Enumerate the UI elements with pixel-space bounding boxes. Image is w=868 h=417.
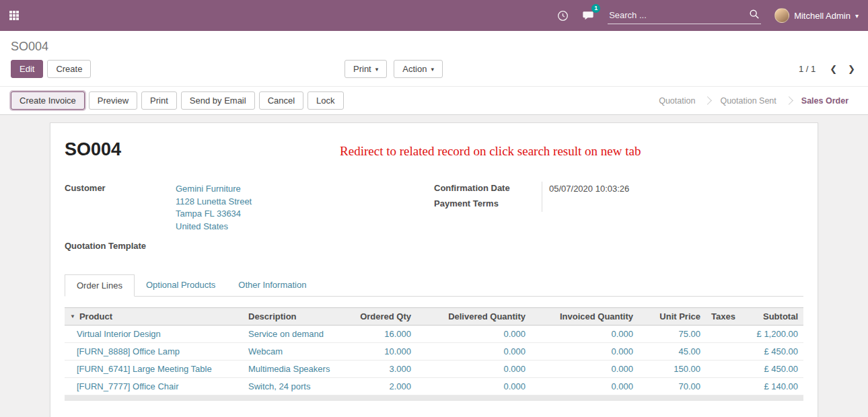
order-line-ordered-qty: 10.000 [347, 343, 417, 361]
order-line-description: Service on demand [243, 326, 347, 343]
statusbar-state-quotation[interactable]: Quotation [650, 93, 704, 108]
payment-terms-value [542, 197, 803, 212]
column-header-delivered-quantity[interactable]: Delivered Quantity [417, 308, 531, 326]
order-line-description: Multimedia Speakers [243, 361, 347, 378]
order-line-product: [FURN_6741] Large Meeting Table [65, 361, 243, 378]
column-header-taxes[interactable]: Taxes [706, 308, 744, 326]
chevron-down-icon: ▾ [375, 66, 379, 73]
cancel-button[interactable]: Cancel [259, 91, 303, 110]
payment-terms-label: Payment Terms [434, 197, 542, 212]
table-footer-strip [65, 395, 803, 401]
order-lines-table: ▼Product Description Ordered Qty Deliver… [65, 307, 803, 395]
annotation-text: Redirect to related record on click sear… [340, 144, 641, 159]
messages-count-badge: 1 [591, 4, 600, 13]
column-header-ordered-qty[interactable]: Ordered Qty [347, 308, 417, 326]
order-line-invoiced-qty: 0.000 [531, 378, 639, 395]
order-line-taxes [706, 378, 744, 395]
customer-address-line: 1128 Lunetta Street [176, 196, 252, 208]
field-group-right: Confirmation Date 05/07/2020 10:03:26 Pa… [434, 182, 803, 254]
print-button[interactable]: Print [141, 91, 177, 110]
pager-previous-icon[interactable]: ❮ [828, 64, 839, 74]
user-name: Mitchell Admin [794, 11, 851, 21]
order-line-row[interactable]: Virtual Interior Design Service on deman… [65, 326, 803, 343]
messages-chat-icon[interactable]: 1 [582, 9, 594, 22]
order-line-invoiced-qty: 0.000 [531, 343, 639, 361]
top-nav-bar: 1 Mitchell Admin ▾ [0, 0, 868, 31]
form-sheet: SO004 Redirect to related record on clic… [50, 122, 818, 417]
order-line-row[interactable]: [FURN_8888] Office Lamp Webcam 10.000 0.… [65, 343, 803, 361]
quotation-template-value [169, 239, 176, 254]
order-line-delivered-qty: 0.000 [417, 326, 531, 343]
chevron-down-icon: ▾ [431, 66, 434, 73]
customer-link[interactable]: Gemini Furniture [176, 183, 252, 196]
statusbar-arrow-icon [785, 96, 793, 105]
order-line-row[interactable]: [FURN_7777] Office Chair Switch, 24 port… [65, 378, 803, 395]
search-input[interactable] [608, 7, 761, 24]
order-line-product: [FURN_7777] Office Chair [65, 378, 243, 395]
user-menu[interactable]: Mitchell Admin ▾ [774, 8, 859, 23]
edit-button[interactable]: Edit [11, 60, 43, 78]
order-line-taxes [706, 326, 744, 343]
apps-menu-icon[interactable] [9, 11, 19, 20]
order-line-unit-price: 70.00 [639, 378, 706, 395]
order-line-subtotal: £ 1,200.00 [744, 326, 803, 343]
column-header-product[interactable]: ▼Product [65, 308, 243, 326]
tab-order-lines[interactable]: Order Lines [65, 274, 135, 297]
search-icon[interactable] [749, 9, 760, 22]
order-line-delivered-qty: 0.000 [417, 361, 531, 378]
order-line-subtotal: £ 450.00 [744, 361, 803, 378]
order-line-ordered-qty: 2.000 [347, 378, 417, 395]
field-group-left: Customer Gemini Furniture 1128 Lunetta S… [65, 182, 434, 254]
control-panel: SO004 Edit Create Print▾ Action▾ 1 / 1 ❮… [0, 31, 868, 115]
form-view-content: SO004 Redirect to related record on clic… [0, 115, 868, 417]
order-line-delivered-qty: 0.000 [417, 378, 531, 395]
order-line-subtotal: £ 140.00 [744, 378, 803, 395]
sort-desc-icon: ▼ [70, 313, 75, 319]
tab-other-information[interactable]: Other Information [227, 274, 318, 296]
lock-button[interactable]: Lock [308, 91, 343, 110]
page-title: SO004 [65, 139, 121, 160]
pager-next-icon[interactable]: ❯ [846, 64, 857, 74]
customer-address-line: United States [176, 221, 252, 233]
tab-optional-products[interactable]: Optional Products [135, 274, 227, 296]
order-line-description: Webcam [243, 343, 347, 361]
column-header-unit-price[interactable]: Unit Price [639, 308, 706, 326]
statusbar-state-sales-order[interactable]: Sales Order [793, 93, 857, 108]
create-invoice-button[interactable]: Create Invoice [11, 91, 85, 110]
column-header-subtotal[interactable]: Subtotal [744, 308, 803, 326]
create-button[interactable]: Create [47, 60, 91, 78]
preview-button[interactable]: Preview [89, 91, 137, 110]
send-by-email-button[interactable]: Send by Email [181, 91, 255, 110]
action-dropdown-button[interactable]: Action▾ [394, 60, 443, 78]
order-line-delivered-qty: 0.000 [417, 343, 531, 361]
customer-address-line: Tampa FL 33634 [176, 208, 252, 221]
order-line-row[interactable]: [FURN_6741] Large Meeting Table Multimed… [65, 361, 803, 378]
order-line-description: Switch, 24 ports [243, 378, 347, 395]
table-header-row: ▼Product Description Ordered Qty Deliver… [65, 308, 803, 326]
notebook-tabs: Order Lines Optional Products Other Info… [65, 274, 803, 297]
statusbar-arrow-icon [704, 96, 713, 105]
order-line-invoiced-qty: 0.000 [531, 326, 639, 343]
order-line-subtotal: £ 450.00 [744, 343, 803, 361]
order-line-invoiced-qty: 0.000 [531, 361, 639, 378]
breadcrumb: SO004 [0, 31, 868, 60]
order-line-taxes [706, 343, 744, 361]
column-header-invoiced-quantity[interactable]: Invoiced Quantity [531, 308, 639, 326]
order-line-unit-price: 75.00 [639, 326, 706, 343]
order-line-ordered-qty: 16.000 [347, 326, 417, 343]
order-line-unit-price: 45.00 [639, 343, 706, 361]
statusbar-state-quotation-sent[interactable]: Quotation Sent [711, 93, 785, 108]
quotation-template-label: Quotation Template [65, 239, 169, 254]
order-line-ordered-qty: 3.000 [347, 361, 417, 378]
chevron-down-icon: ▾ [855, 12, 859, 20]
avatar [774, 8, 789, 23]
order-line-taxes [706, 361, 744, 378]
order-line-unit-price: 150.00 [639, 361, 706, 378]
nav-search [608, 7, 761, 24]
print-dropdown-button[interactable]: Print▾ [345, 60, 387, 78]
activity-clock-icon[interactable] [557, 10, 569, 22]
order-line-product: Virtual Interior Design [65, 326, 243, 343]
pager-count: 1 / 1 [799, 64, 816, 74]
customer-value: Gemini Furniture 1128 Lunetta Street Tam… [169, 182, 252, 234]
column-header-description[interactable]: Description [243, 308, 347, 326]
